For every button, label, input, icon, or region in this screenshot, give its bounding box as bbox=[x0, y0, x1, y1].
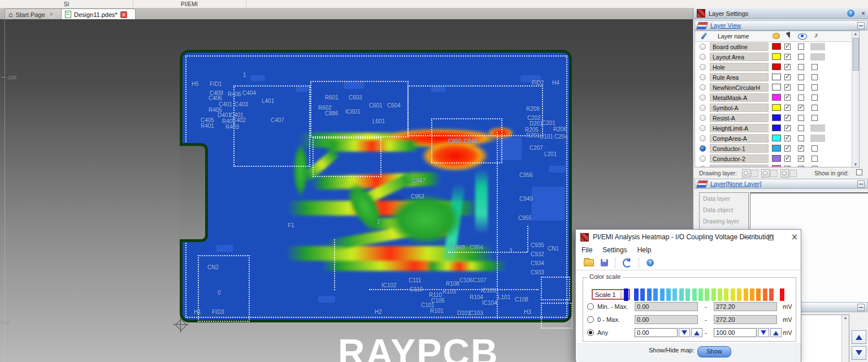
ribbon-tab-piemi[interactable]: PI/EMI bbox=[133, 0, 246, 8]
close-icon[interactable]: × bbox=[120, 11, 127, 18]
layer-checkbox[interactable] bbox=[798, 166, 804, 167]
layer-view-header[interactable]: Layer View bbox=[695, 20, 867, 31]
spinner-down-button[interactable] bbox=[679, 328, 690, 337]
document-tab-start-page[interactable]: ⌂Start Page× bbox=[5, 8, 67, 20]
close-icon[interactable]: × bbox=[48, 11, 55, 18]
panel-help-icon[interactable]: ? bbox=[847, 10, 854, 17]
dialog-help-icon[interactable]: ? bbox=[646, 259, 654, 266]
layer-select-radio[interactable] bbox=[700, 74, 706, 80]
show-in-grid-checkbox[interactable] bbox=[856, 169, 862, 175]
layer-checkbox[interactable] bbox=[811, 84, 818, 90]
layer-select-radio[interactable] bbox=[700, 145, 706, 152]
layer-table-scrollbar[interactable]: ▲ ▼ bbox=[852, 31, 859, 167]
layer-checkbox[interactable] bbox=[784, 115, 791, 121]
range-radio[interactable] bbox=[587, 329, 594, 336]
ribbon-tab-si[interactable]: SI bbox=[0, 0, 133, 8]
menu-help[interactable]: Help bbox=[637, 246, 652, 254]
layer-name-cell[interactable]: NewNonCircularH bbox=[710, 83, 769, 92]
layer-checkbox[interactable] bbox=[798, 54, 804, 60]
layer-checkbox[interactable] bbox=[811, 74, 818, 80]
menu-file[interactable]: File bbox=[581, 246, 592, 254]
layer-checkbox[interactable] bbox=[811, 166, 818, 167]
document-tab-design11[interactable]: Design11.pdes*× bbox=[61, 8, 136, 20]
none-layer-item[interactable]: Drawing layer bbox=[700, 216, 748, 227]
layer-checkbox[interactable] bbox=[798, 125, 804, 131]
drawing-layer-box-3[interactable] bbox=[789, 170, 797, 177]
layer-checkbox[interactable] bbox=[784, 166, 791, 167]
layer-checkbox[interactable] bbox=[784, 64, 791, 70]
spinner-up-button[interactable] bbox=[691, 328, 702, 337]
none-layer-item[interactable]: Data layer bbox=[700, 193, 748, 204]
none-layer-collapse-button[interactable] bbox=[857, 180, 865, 188]
maximize-button[interactable]: □ bbox=[762, 232, 779, 242]
range-radio[interactable] bbox=[587, 303, 594, 310]
lower-list-scrollbar[interactable]: ▲ bbox=[841, 315, 849, 362]
open-file-icon[interactable] bbox=[584, 259, 594, 266]
layer-checkbox[interactable] bbox=[798, 135, 804, 141]
close-button[interactable]: × bbox=[786, 232, 803, 242]
layer-view-collapse-button[interactable] bbox=[857, 22, 865, 29]
move-down-button[interactable] bbox=[852, 346, 866, 360]
layer-name-cell[interactable]: Rule Area bbox=[710, 73, 769, 81]
layer-checkbox[interactable] bbox=[798, 64, 804, 70]
layer-checkbox[interactable] bbox=[798, 74, 804, 80]
layer-checkbox[interactable] bbox=[811, 156, 818, 162]
layer-select-radio[interactable] bbox=[700, 135, 706, 141]
layer-checkbox[interactable] bbox=[811, 64, 818, 70]
range-radio[interactable] bbox=[587, 316, 594, 323]
layer-checkbox[interactable] bbox=[798, 105, 804, 111]
layer-color-swatch[interactable] bbox=[772, 104, 781, 111]
layer-checkbox[interactable] bbox=[784, 44, 791, 50]
layer-checkbox[interactable] bbox=[784, 125, 791, 131]
layer-checkbox[interactable] bbox=[811, 94, 818, 101]
layer-select-radio[interactable] bbox=[700, 44, 706, 50]
layer-settings-titlebar[interactable]: Layer Settings ? × bbox=[693, 8, 868, 19]
layer-select-radio[interactable] bbox=[700, 105, 706, 111]
minimize-button[interactable]: — bbox=[739, 232, 756, 242]
layer-name-cell[interactable]: Board outline bbox=[710, 42, 769, 51]
none-layer-item[interactable]: Data object bbox=[700, 204, 748, 216]
drawing-layer-icon-2[interactable] bbox=[761, 169, 770, 178]
layer-select-radio[interactable] bbox=[700, 166, 706, 167]
layer-checkbox[interactable] bbox=[811, 115, 818, 121]
layer-checkbox[interactable] bbox=[811, 105, 818, 111]
layer-color-swatch[interactable] bbox=[772, 63, 781, 70]
layer-name-cell[interactable]: MetalMask-A bbox=[710, 93, 769, 102]
layer-checkbox[interactable] bbox=[784, 94, 791, 101]
layer-color-swatch[interactable] bbox=[772, 53, 781, 60]
redraw-icon[interactable] bbox=[623, 258, 632, 268]
layer-name-cell[interactable]: Conductor-1 bbox=[710, 144, 769, 153]
layer-color-swatch[interactable] bbox=[772, 94, 781, 101]
layer-checkbox[interactable] bbox=[784, 54, 791, 60]
layer-color-swatch[interactable] bbox=[772, 74, 781, 80]
layer-color-swatch[interactable] bbox=[772, 84, 781, 90]
collapsed-section-collapse-button[interactable] bbox=[857, 304, 865, 311]
layer-checkbox[interactable] bbox=[811, 145, 818, 152]
drawing-layer-icon-1[interactable] bbox=[742, 169, 750, 178]
show-map-button[interactable]: Show bbox=[697, 346, 731, 357]
layer-select-radio[interactable] bbox=[700, 94, 706, 101]
layer-select-radio[interactable] bbox=[700, 115, 706, 121]
drawing-layer-box-2[interactable] bbox=[770, 170, 778, 177]
layer-color-swatch[interactable] bbox=[772, 145, 781, 152]
layer-name-cell[interactable] bbox=[710, 165, 769, 167]
layer-checkbox[interactable] bbox=[784, 84, 791, 90]
layer-select-radio[interactable] bbox=[700, 125, 706, 131]
layer-name-cell[interactable]: Resist-A bbox=[710, 114, 769, 122]
layer-name-cell[interactable]: Conductor-2 bbox=[710, 154, 769, 163]
layer-select-radio[interactable] bbox=[700, 64, 706, 70]
move-up-button[interactable] bbox=[852, 330, 866, 344]
save-icon[interactable] bbox=[601, 259, 608, 266]
layer-name-cell[interactable]: CompArea-A bbox=[710, 134, 769, 143]
drawing-layer-icon-3[interactable] bbox=[780, 169, 789, 178]
layer-checkbox[interactable] bbox=[784, 74, 791, 80]
layer-checkbox[interactable] bbox=[798, 156, 804, 162]
layer-checkbox[interactable] bbox=[798, 44, 804, 50]
layer-color-swatch[interactable] bbox=[772, 155, 781, 162]
layer-name-cell[interactable]: Hole bbox=[710, 63, 769, 71]
range-value-field[interactable] bbox=[714, 328, 757, 337]
layer-color-swatch[interactable] bbox=[772, 114, 781, 121]
layer-checkbox[interactable] bbox=[798, 145, 804, 152]
range-value-field[interactable] bbox=[635, 328, 678, 337]
layer-color-swatch[interactable] bbox=[772, 43, 781, 50]
